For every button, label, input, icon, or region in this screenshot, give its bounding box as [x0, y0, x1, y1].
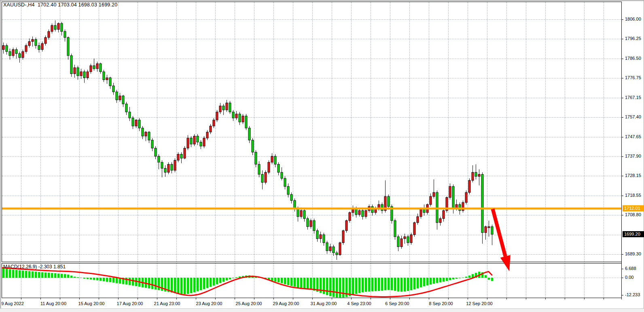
macd-bar — [87, 278, 89, 279]
macd-bar — [465, 277, 467, 278]
candle-body — [122, 96, 124, 104]
price-axis-label: 1786.50 — [625, 56, 641, 61]
macd-bar — [54, 273, 56, 278]
candle-body — [310, 221, 312, 227]
candle-body — [339, 243, 341, 255]
candle-body — [365, 211, 367, 217]
price-axis-label: 1776.75 — [625, 75, 641, 80]
macd-bar — [394, 278, 396, 291]
macd-bar — [213, 278, 215, 286]
macd-bar — [93, 278, 95, 280]
macd-bar — [112, 278, 114, 282]
macd-bar — [219, 278, 221, 283]
candle-body — [274, 156, 276, 164]
macd-bar — [485, 275, 487, 278]
candle-body — [96, 64, 98, 69]
candle-body — [51, 25, 53, 32]
time-axis-label: 9 Aug 2022 — [0, 301, 31, 306]
time-axis-label: 31 Aug 20:00 — [305, 301, 342, 306]
macd-bar — [423, 278, 425, 286]
candle-body — [138, 120, 140, 128]
candle-body — [119, 96, 121, 100]
trading-chart-window: XAUUSD-,H4 1702.40 1703.04 1698.03 1699.… — [0, 0, 644, 312]
time-axis-label: 25 Aug 20:00 — [231, 301, 267, 306]
macd-bar — [190, 278, 192, 293]
candle-body — [358, 211, 360, 215]
macd-bar — [307, 278, 309, 289]
candles-layer[interactable] — [2, 20, 493, 259]
candle-body — [93, 66, 95, 69]
time-axis-label: 29 Aug 20:00 — [268, 301, 304, 306]
candle-body — [38, 46, 40, 50]
candle-body — [222, 106, 225, 110]
candle-body — [397, 237, 399, 247]
candle-body — [316, 231, 318, 239]
macd-bar — [206, 278, 208, 288]
candle-body — [400, 239, 402, 247]
candle-body — [313, 221, 315, 231]
macd-bar — [109, 278, 111, 282]
macd-bar — [491, 278, 493, 281]
candle-body — [80, 72, 82, 76]
macd-bar — [151, 278, 153, 289]
macd-bar — [64, 274, 66, 278]
price-axis-label: 1757.40 — [625, 114, 641, 119]
horizontal-line-1712[interactable] — [2, 207, 621, 209]
macd-bar — [274, 278, 276, 282]
macd-bar — [6, 269, 8, 278]
candle-body — [184, 148, 186, 158]
macd-bar — [90, 278, 92, 280]
candle-body — [465, 192, 467, 202]
price-axis-label: 1689.30 — [625, 251, 641, 256]
candle-body — [388, 196, 390, 207]
candle-body — [180, 154, 182, 158]
price-axis-label: 1728.15 — [625, 173, 641, 178]
chart-canvas[interactable] — [0, 0, 644, 312]
macd-bar — [180, 278, 182, 294]
candle-body — [229, 103, 231, 112]
macd-bar — [222, 278, 225, 282]
candle-body — [129, 112, 131, 118]
candle-body — [41, 44, 43, 50]
time-axis-label: 12 Sep 20:00 — [461, 301, 498, 306]
candle-body — [132, 118, 134, 126]
macd-bar — [426, 278, 428, 285]
candle-body — [193, 136, 195, 144]
macd-bar — [61, 274, 63, 278]
macd-bar — [365, 278, 367, 292]
macd-bar — [310, 278, 312, 289]
candle-body — [77, 67, 79, 76]
candle-body — [187, 138, 189, 148]
macd-bar — [446, 278, 448, 281]
candle-body — [420, 209, 422, 217]
candle-body — [135, 120, 137, 126]
candle-body — [100, 64, 102, 72]
candle-body — [452, 186, 454, 209]
candle-body — [32, 40, 34, 42]
time-axis-label: 11 Aug 20:00 — [35, 301, 72, 306]
candle-body — [475, 172, 477, 176]
macd-bar — [44, 272, 47, 278]
macd-bar — [381, 278, 383, 291]
candle-body — [297, 209, 299, 217]
candle-body — [433, 192, 435, 196]
candle-body — [300, 211, 302, 217]
macd-bar — [430, 278, 432, 285]
macd-bar — [51, 273, 53, 278]
candle-body — [15, 50, 17, 54]
macd-bar — [488, 278, 490, 280]
candle-body — [362, 211, 364, 217]
candle-body — [268, 162, 270, 172]
candle-body — [57, 23, 59, 30]
arrow-head — [500, 255, 511, 271]
macd-bar — [67, 274, 69, 278]
candle-body — [481, 174, 483, 232]
macd-bar — [174, 278, 176, 293]
macd-bar — [132, 278, 134, 286]
macd-bar — [2, 268, 4, 278]
candle-body — [90, 66, 92, 72]
macd-bar — [48, 273, 50, 278]
macd-bar — [80, 278, 82, 278]
window-outline — [0, 0, 644, 312]
candle-body — [74, 67, 76, 74]
